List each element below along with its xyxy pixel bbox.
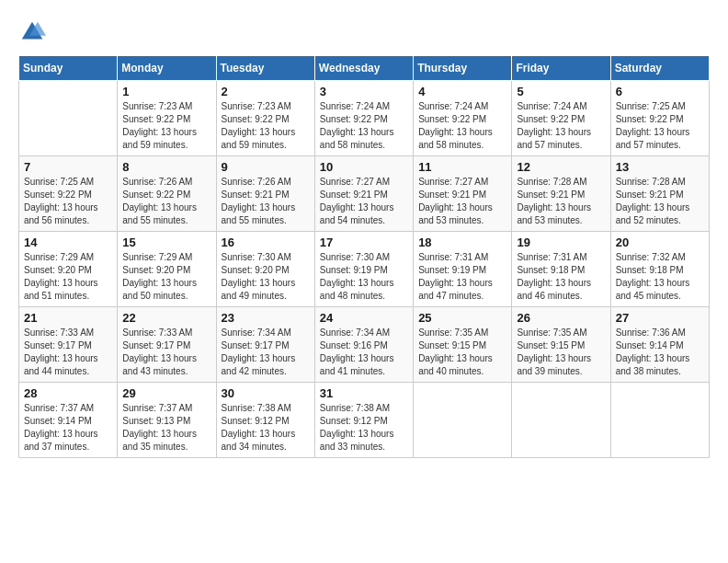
day-info: Sunrise: 7:24 AM Sunset: 9:22 PM Dayligh… bbox=[320, 100, 408, 152]
day-number: 13 bbox=[616, 160, 704, 174]
calendar-cell: 24Sunrise: 7:34 AM Sunset: 9:16 PM Dayli… bbox=[314, 307, 413, 383]
day-number: 22 bbox=[122, 311, 210, 325]
weekday-header-wednesday: Wednesday bbox=[314, 56, 413, 81]
calendar-cell: 29Sunrise: 7:37 AM Sunset: 9:13 PM Dayli… bbox=[118, 383, 216, 458]
day-info: Sunrise: 7:27 AM Sunset: 9:21 PM Dayligh… bbox=[320, 176, 408, 227]
day-number: 2 bbox=[222, 85, 310, 98]
calendar-cell: 23Sunrise: 7:34 AM Sunset: 9:17 PM Dayli… bbox=[216, 307, 314, 383]
weekday-header-friday: Friday bbox=[512, 56, 610, 81]
calendar-cell: 19Sunrise: 7:31 AM Sunset: 9:18 PM Dayli… bbox=[512, 232, 610, 307]
day-number: 4 bbox=[418, 85, 506, 98]
day-info: Sunrise: 7:30 AM Sunset: 9:20 PM Dayligh… bbox=[222, 251, 310, 303]
calendar-cell: 27Sunrise: 7:36 AM Sunset: 9:14 PM Dayli… bbox=[610, 307, 709, 383]
calendar-week-5: 28Sunrise: 7:37 AM Sunset: 9:14 PM Dayli… bbox=[19, 383, 710, 458]
day-info: Sunrise: 7:30 AM Sunset: 9:19 PM Dayligh… bbox=[320, 251, 408, 303]
day-info: Sunrise: 7:28 AM Sunset: 9:21 PM Dayligh… bbox=[616, 176, 704, 227]
day-info: Sunrise: 7:33 AM Sunset: 9:17 PM Dayligh… bbox=[122, 327, 210, 378]
day-number: 29 bbox=[122, 386, 210, 400]
calendar-week-2: 7Sunrise: 7:25 AM Sunset: 9:22 PM Daylig… bbox=[19, 156, 710, 232]
day-number: 16 bbox=[222, 236, 310, 249]
day-info: Sunrise: 7:31 AM Sunset: 9:19 PM Dayligh… bbox=[418, 251, 506, 303]
weekday-header-row: SundayMondayTuesdayWednesdayThursdayFrid… bbox=[19, 56, 710, 81]
day-number: 5 bbox=[517, 85, 605, 98]
weekday-header-tuesday: Tuesday bbox=[216, 56, 314, 81]
day-number: 18 bbox=[418, 236, 506, 249]
calendar-cell: 7Sunrise: 7:25 AM Sunset: 9:22 PM Daylig… bbox=[19, 156, 118, 232]
day-info: Sunrise: 7:27 AM Sunset: 9:21 PM Dayligh… bbox=[418, 176, 506, 227]
day-info: Sunrise: 7:38 AM Sunset: 9:12 PM Dayligh… bbox=[320, 402, 408, 454]
day-info: Sunrise: 7:35 AM Sunset: 9:15 PM Dayligh… bbox=[517, 327, 605, 378]
calendar-cell: 21Sunrise: 7:33 AM Sunset: 9:17 PM Dayli… bbox=[19, 307, 118, 383]
day-info: Sunrise: 7:34 AM Sunset: 9:17 PM Dayligh… bbox=[222, 327, 310, 378]
day-number: 11 bbox=[418, 160, 506, 174]
calendar-cell: 15Sunrise: 7:29 AM Sunset: 9:20 PM Dayli… bbox=[118, 232, 216, 307]
calendar-cell: 16Sunrise: 7:30 AM Sunset: 9:20 PM Dayli… bbox=[216, 232, 314, 307]
calendar-cell bbox=[610, 383, 709, 458]
day-number: 20 bbox=[616, 236, 704, 249]
day-info: Sunrise: 7:24 AM Sunset: 9:22 PM Dayligh… bbox=[418, 100, 506, 152]
calendar-cell: 10Sunrise: 7:27 AM Sunset: 9:21 PM Dayli… bbox=[314, 156, 413, 232]
weekday-header-sunday: Sunday bbox=[19, 56, 118, 81]
day-info: Sunrise: 7:25 AM Sunset: 9:22 PM Dayligh… bbox=[616, 100, 704, 152]
calendar-cell: 14Sunrise: 7:29 AM Sunset: 9:20 PM Dayli… bbox=[19, 232, 118, 307]
calendar-cell: 31Sunrise: 7:38 AM Sunset: 9:12 PM Dayli… bbox=[314, 383, 413, 458]
day-number: 8 bbox=[122, 160, 210, 174]
calendar-cell bbox=[19, 81, 118, 156]
calendar-week-1: 1Sunrise: 7:23 AM Sunset: 9:22 PM Daylig… bbox=[19, 81, 710, 156]
day-number: 26 bbox=[517, 311, 605, 325]
calendar-cell: 26Sunrise: 7:35 AM Sunset: 9:15 PM Dayli… bbox=[512, 307, 610, 383]
day-number: 25 bbox=[418, 311, 506, 325]
day-info: Sunrise: 7:37 AM Sunset: 9:14 PM Dayligh… bbox=[24, 402, 112, 454]
calendar-cell: 6Sunrise: 7:25 AM Sunset: 9:22 PM Daylig… bbox=[610, 81, 709, 156]
day-info: Sunrise: 7:28 AM Sunset: 9:21 PM Dayligh… bbox=[517, 176, 605, 227]
day-info: Sunrise: 7:29 AM Sunset: 9:20 PM Dayligh… bbox=[24, 251, 112, 303]
day-info: Sunrise: 7:26 AM Sunset: 9:21 PM Dayligh… bbox=[222, 176, 310, 227]
calendar-cell: 25Sunrise: 7:35 AM Sunset: 9:15 PM Dayli… bbox=[414, 307, 512, 383]
calendar-cell: 5Sunrise: 7:24 AM Sunset: 9:22 PM Daylig… bbox=[512, 81, 610, 156]
day-info: Sunrise: 7:34 AM Sunset: 9:16 PM Dayligh… bbox=[320, 327, 408, 378]
day-number: 24 bbox=[320, 311, 408, 325]
calendar-cell: 8Sunrise: 7:26 AM Sunset: 9:22 PM Daylig… bbox=[118, 156, 216, 232]
day-number: 30 bbox=[222, 386, 310, 400]
day-number: 14 bbox=[24, 236, 112, 249]
calendar-table: SundayMondayTuesdayWednesdayThursdayFrid… bbox=[18, 55, 710, 458]
calendar-cell: 12Sunrise: 7:28 AM Sunset: 9:21 PM Dayli… bbox=[512, 156, 610, 232]
calendar-cell: 20Sunrise: 7:32 AM Sunset: 9:18 PM Dayli… bbox=[610, 232, 709, 307]
calendar-cell: 30Sunrise: 7:38 AM Sunset: 9:12 PM Dayli… bbox=[216, 383, 314, 458]
day-info: Sunrise: 7:23 AM Sunset: 9:22 PM Dayligh… bbox=[222, 100, 310, 152]
day-number: 27 bbox=[616, 311, 704, 325]
calendar-cell: 9Sunrise: 7:26 AM Sunset: 9:21 PM Daylig… bbox=[216, 156, 314, 232]
day-number: 21 bbox=[24, 311, 112, 325]
day-info: Sunrise: 7:32 AM Sunset: 9:18 PM Dayligh… bbox=[616, 251, 704, 303]
day-info: Sunrise: 7:38 AM Sunset: 9:12 PM Dayligh… bbox=[222, 402, 310, 454]
calendar-week-4: 21Sunrise: 7:33 AM Sunset: 9:17 PM Dayli… bbox=[19, 307, 710, 383]
calendar-cell: 3Sunrise: 7:24 AM Sunset: 9:22 PM Daylig… bbox=[314, 81, 413, 156]
day-number: 12 bbox=[517, 160, 605, 174]
day-info: Sunrise: 7:37 AM Sunset: 9:13 PM Dayligh… bbox=[122, 402, 210, 454]
day-info: Sunrise: 7:36 AM Sunset: 9:14 PM Dayligh… bbox=[616, 327, 704, 378]
day-number: 6 bbox=[616, 85, 704, 98]
day-number: 1 bbox=[122, 85, 210, 98]
logo-icon bbox=[18, 18, 46, 46]
weekday-header-saturday: Saturday bbox=[610, 56, 709, 81]
day-number: 7 bbox=[24, 160, 112, 174]
day-number: 9 bbox=[222, 160, 310, 174]
calendar-cell: 22Sunrise: 7:33 AM Sunset: 9:17 PM Dayli… bbox=[118, 307, 216, 383]
calendar-cell: 13Sunrise: 7:28 AM Sunset: 9:21 PM Dayli… bbox=[610, 156, 709, 232]
day-info: Sunrise: 7:29 AM Sunset: 9:20 PM Dayligh… bbox=[122, 251, 210, 303]
weekday-header-monday: Monday bbox=[118, 56, 216, 81]
day-number: 15 bbox=[122, 236, 210, 249]
day-info: Sunrise: 7:23 AM Sunset: 9:22 PM Dayligh… bbox=[122, 100, 210, 152]
day-number: 28 bbox=[24, 386, 112, 400]
calendar-cell: 2Sunrise: 7:23 AM Sunset: 9:22 PM Daylig… bbox=[216, 81, 314, 156]
day-number: 19 bbox=[517, 236, 605, 249]
day-number: 23 bbox=[222, 311, 310, 325]
day-info: Sunrise: 7:24 AM Sunset: 9:22 PM Dayligh… bbox=[517, 100, 605, 152]
day-number: 10 bbox=[320, 160, 408, 174]
day-info: Sunrise: 7:31 AM Sunset: 9:18 PM Dayligh… bbox=[517, 251, 605, 303]
day-info: Sunrise: 7:35 AM Sunset: 9:15 PM Dayligh… bbox=[418, 327, 506, 378]
calendar-cell: 4Sunrise: 7:24 AM Sunset: 9:22 PM Daylig… bbox=[414, 81, 512, 156]
logo bbox=[18, 18, 50, 46]
calendar-cell: 28Sunrise: 7:37 AM Sunset: 9:14 PM Dayli… bbox=[19, 383, 118, 458]
calendar-cell: 17Sunrise: 7:30 AM Sunset: 9:19 PM Dayli… bbox=[314, 232, 413, 307]
